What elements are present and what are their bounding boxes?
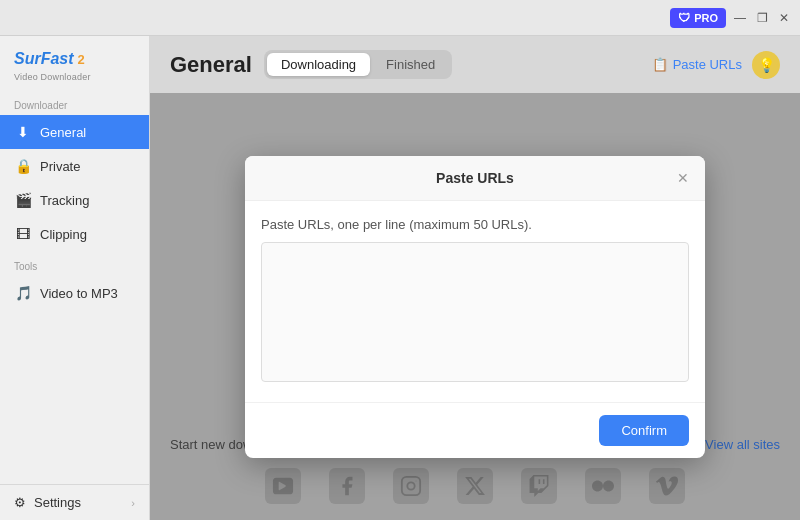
logo: SurFast 2 [0,36,149,72]
settings-label: Settings [34,495,81,510]
sidebar-item-video-to-mp3[interactable]: 🎵 Video to MP3 [0,276,149,310]
pro-badge[interactable]: 🛡 PRO [670,8,726,28]
tools-section-label: Tools [0,251,149,276]
tab-finished[interactable]: Finished [372,53,449,76]
sidebar-item-general-label: General [40,125,86,140]
minimize-button[interactable]: — [732,10,748,26]
titlebar: 🛡 PRO — ❐ ✕ [0,0,800,36]
tab-downloading[interactable]: Downloading [267,53,370,76]
content-body: Start new downloads from almost any webs… [150,93,800,520]
restore-button[interactable]: ❐ [754,10,770,26]
app-body: SurFast 2 Video Downloader Downloader ⬇ … [0,36,800,520]
sidebar-item-general[interactable]: ⬇ General [0,115,149,149]
close-button[interactable]: ✕ [776,10,792,26]
logo-subtitle: Video Downloader [0,72,149,90]
urls-textarea[interactable] [261,242,689,382]
modal-body: Paste URLs, one per line (maximum 50 URL… [245,201,705,402]
logo-text: SurFast [14,50,74,68]
modal-header: Paste URLs ✕ [245,156,705,201]
clipping-icon: 🎞 [14,225,32,243]
sidebar-item-private[interactable]: 🔒 Private [0,149,149,183]
modal-hint: Paste URLs, one per line (maximum 50 URL… [261,217,689,232]
sidebar-item-clipping-label: Clipping [40,227,87,242]
shield-icon: 🛡 [678,11,690,25]
header-right: 📋 Paste URLs 💡 [652,51,780,79]
paste-urls-button[interactable]: 📋 Paste URLs [652,57,742,72]
tab-group: Downloading Finished [264,50,452,79]
sidebar-item-clipping[interactable]: 🎞 Clipping [0,217,149,251]
bulb-button[interactable]: 💡 [752,51,780,79]
sidebar-item-tracking[interactable]: 🎬 Tracking [0,183,149,217]
settings-item[interactable]: ⚙ Settings › [0,484,149,520]
logo-num: 2 [78,52,85,67]
lock-icon: 🔒 [14,157,32,175]
paste-icon: 📋 [652,57,668,72]
confirm-button[interactable]: Confirm [599,415,689,446]
main-content: General Downloading Finished 📋 Paste URL… [150,36,800,520]
music-icon: 🎵 [14,284,32,302]
modal-footer: Confirm [245,402,705,458]
sidebar: SurFast 2 Video Downloader Downloader ⬇ … [0,36,150,520]
downloader-section-label: Downloader [0,90,149,115]
download-icon: ⬇ [14,123,32,141]
bulb-icon: 💡 [758,57,775,73]
settings-icon: ⚙ [14,495,26,510]
tracking-icon: 🎬 [14,191,32,209]
pro-label: PRO [694,12,718,24]
sidebar-item-tracking-label: Tracking [40,193,89,208]
page-title: General [170,52,252,78]
sidebar-item-video-to-mp3-label: Video to MP3 [40,286,118,301]
paste-urls-label: Paste URLs [673,57,742,72]
modal-overlay: Paste URLs ✕ Paste URLs, one per line (m… [150,93,800,520]
sidebar-item-private-label: Private [40,159,80,174]
modal-close-button[interactable]: ✕ [673,168,693,188]
modal-title: Paste URLs [436,170,514,186]
chevron-right-icon: › [131,497,135,509]
content-header: General Downloading Finished 📋 Paste URL… [150,36,800,93]
paste-urls-modal: Paste URLs ✕ Paste URLs, one per line (m… [245,156,705,458]
